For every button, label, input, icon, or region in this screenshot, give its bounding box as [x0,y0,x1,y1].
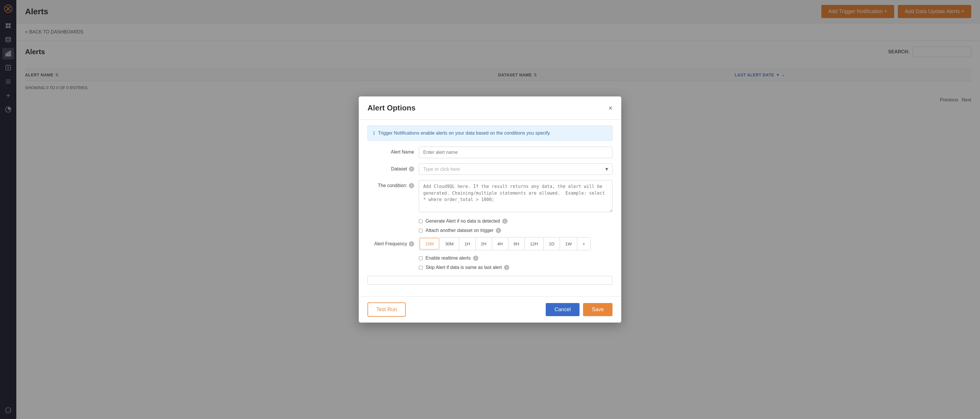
freq-btn-6h[interactable]: 6H [508,238,525,250]
skip-alert-label: Skip Alert if data is same as last alert… [426,265,509,270]
condition-control [419,180,612,213]
dataset-row: Dataset i Type or click here ▼ [368,163,612,175]
condition-info-icon[interactable]: i [409,183,414,188]
alert-name-control [419,146,612,158]
modal-close-button[interactable]: × [608,105,612,112]
no-data-checkbox[interactable] [419,219,423,223]
alert-options-modal: Alert Options × ℹ Trigger Notifications … [359,97,621,322]
skip-alert-checkbox[interactable] [419,266,423,270]
cancel-button[interactable]: Cancel [546,303,579,316]
freq-btn-1d[interactable]: 1D [544,238,560,250]
alert-frequency-info-icon[interactable]: i [409,241,414,246]
condition-label: The condition: i [368,180,414,188]
modal-overlay: Alert Options × ℹ Trigger Notifications … [0,0,980,419]
dataset-control: Type or click here ▼ [419,163,612,175]
info-banner: ℹ Trigger Notifications enable alerts on… [368,125,612,141]
realtime-checkbox[interactable] [419,256,423,260]
alert-frequency-row: Alert Frequency i 15M 30M 1H 2H 4H 6H 12… [368,237,612,250]
skip-alert-info-icon[interactable]: i [504,265,509,270]
skip-alert-checkbox-row: Skip Alert if data is same as last alert… [368,265,612,270]
freq-btn-1h[interactable]: 1H [459,238,476,250]
info-banner-icon: ℹ [373,130,375,136]
no-data-checkbox-row: Generate Alert if no data is detected i [368,219,612,224]
progress-area [368,276,612,285]
test-run-button[interactable]: Test Run [368,302,406,317]
dataset-select[interactable]: Type or click here [419,163,612,175]
alert-frequency-label: Alert Frequency i [368,241,414,246]
freq-btn-1w[interactable]: 1W [560,238,578,250]
modal-header: Alert Options × [359,97,621,120]
info-banner-text: Trigger Notifications enable alerts on y… [378,130,550,136]
attach-dataset-info-icon[interactable]: i [496,228,501,233]
condition-textarea[interactable] [419,180,612,212]
footer-action-buttons: Cancel Save [546,303,612,316]
alert-name-label: Alert Name [368,146,414,155]
dataset-info-icon[interactable]: i [409,167,414,171]
save-button[interactable]: Save [583,303,612,316]
progress-input[interactable] [368,276,612,285]
attach-dataset-checkbox-row: Attach another dataset on trigger i [368,228,612,233]
realtime-label: Enable realtime alerts i [426,256,478,261]
no-data-label: Generate Alert if no data is detected i [426,219,508,224]
modal-title: Alert Options [368,103,415,113]
freq-btn-12h[interactable]: 12H [525,238,544,250]
freq-btn-15m[interactable]: 15M [420,238,439,249]
freq-btn-4h[interactable]: 4H [492,238,508,250]
condition-row: The condition: i [368,180,612,213]
alert-name-input[interactable] [419,146,612,158]
realtime-checkbox-row: Enable realtime alerts i [368,256,612,261]
attach-dataset-label: Attach another dataset on trigger i [426,228,501,233]
realtime-info-icon[interactable]: i [473,256,478,261]
dataset-label: Dataset i [368,163,414,171]
attach-dataset-checkbox[interactable] [419,229,423,233]
modal-footer: Test Run Cancel Save [359,296,621,322]
modal-body: ℹ Trigger Notifications enable alerts on… [359,125,621,296]
alert-frequency-buttons: 15M 30M 1H 2H 4H 6H 12H 1D 1W + [419,237,590,250]
no-data-info-icon[interactable]: i [502,219,508,224]
freq-btn-2h[interactable]: 2H [476,238,492,250]
freq-btn-plus[interactable]: + [577,238,590,250]
alert-name-row: Alert Name [368,146,612,158]
freq-btn-30m[interactable]: 30M [440,238,459,250]
